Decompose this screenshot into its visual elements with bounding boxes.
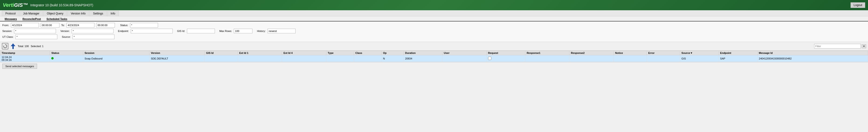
source-input[interactable] bbox=[72, 35, 115, 39]
bottom-bar: Send selected messages bbox=[0, 62, 868, 70]
col-header-messageid: Message Id bbox=[757, 51, 868, 55]
refresh-icon bbox=[3, 44, 7, 48]
cell-request bbox=[487, 55, 525, 62]
request-checkbox[interactable] bbox=[488, 57, 491, 60]
cell-response2 bbox=[569, 55, 614, 62]
nav-tabs: Protocol Job Manager Object Query Versio… bbox=[0, 10, 868, 16]
filter-row-3: UT Class: Source: bbox=[2, 35, 866, 39]
status-label: Status: bbox=[120, 24, 128, 27]
col-header-notice: Notice bbox=[614, 51, 647, 55]
col-header-user: User bbox=[442, 51, 487, 55]
version-input[interactable] bbox=[71, 29, 114, 33]
session-label: Session: bbox=[2, 30, 12, 32]
filter-row-1: From: To: Status: bbox=[2, 23, 866, 28]
cell-type bbox=[326, 55, 354, 62]
subtab-scheduled[interactable]: Scheduled Tasks bbox=[43, 17, 70, 21]
toolbar: Total: 100 Selected: 1 ✕ bbox=[0, 42, 868, 51]
selected-count: Selected: 1 bbox=[31, 45, 43, 47]
col-header-response1: Response1 bbox=[525, 51, 569, 55]
col-header-gisid: GIS Id bbox=[205, 51, 238, 55]
cell-extid4 bbox=[282, 55, 326, 62]
col-header-error: Error bbox=[647, 51, 680, 55]
app-header: VertiGIS™ Integrator 10 (build 10.534.89… bbox=[0, 0, 868, 10]
gis-id-input[interactable] bbox=[187, 29, 215, 33]
filter-clear-button[interactable]: ✕ bbox=[862, 44, 866, 48]
col-header-extid1: Ext Id 1 bbox=[238, 51, 282, 55]
gis-id-label: GIS Id: bbox=[177, 30, 185, 32]
version-label: Version: bbox=[60, 30, 70, 32]
logo: VertiGIS™ bbox=[3, 2, 28, 8]
cell-source: GIS bbox=[680, 55, 719, 62]
tab-job-manager[interactable]: Job Manager bbox=[20, 11, 43, 16]
cell-response1 bbox=[525, 55, 569, 62]
cell-duration: 20834 bbox=[403, 55, 442, 62]
subtab-messages[interactable]: Messages bbox=[2, 17, 20, 21]
cell-notice bbox=[614, 55, 647, 62]
col-header-timestamp: Timestamp bbox=[0, 51, 50, 55]
messages-table: Timestamp Status Session Version GIS Id … bbox=[0, 51, 868, 62]
refresh-button[interactable] bbox=[2, 43, 8, 50]
svg-marker-0 bbox=[3, 45, 4, 46]
cell-error bbox=[647, 55, 680, 62]
svg-marker-1 bbox=[11, 43, 16, 49]
col-header-status: Status bbox=[50, 51, 83, 55]
cell-version: SDE.DEFAULT bbox=[149, 55, 205, 62]
to-time-input[interactable] bbox=[96, 23, 115, 28]
col-header-class: Class bbox=[354, 51, 381, 55]
max-rows-input[interactable] bbox=[234, 29, 252, 33]
table-row[interactable]: 12.04.24 09:34:16 Soap.Outbound SDE.DEFA… bbox=[0, 55, 868, 62]
from-date-input[interactable] bbox=[11, 23, 39, 28]
from-time-input[interactable] bbox=[41, 23, 59, 28]
subtab-reconcile[interactable]: Reconcile/Post bbox=[20, 17, 44, 21]
up-arrow-button[interactable] bbox=[10, 43, 16, 50]
col-header-source: Source▼ bbox=[680, 51, 719, 55]
tab-object-query[interactable]: Object Query bbox=[43, 11, 67, 16]
cell-endpoint: SAP bbox=[719, 55, 757, 62]
build-info: Integrator 10 (build 10.534.89-SNAPSHOT) bbox=[30, 3, 93, 7]
status-input[interactable] bbox=[130, 23, 158, 28]
col-header-extid4: Ext Id 4 bbox=[282, 51, 326, 55]
col-header-session: Session bbox=[83, 51, 149, 55]
ut-class-label: UT Class: bbox=[2, 35, 13, 38]
col-header-type: Type bbox=[326, 51, 354, 55]
cell-gisid bbox=[205, 55, 238, 62]
logo-area: VertiGIS™ Integrator 10 (build 10.534.89… bbox=[3, 2, 93, 8]
total-count: Total: 100 bbox=[18, 45, 29, 47]
session-input[interactable] bbox=[14, 29, 56, 33]
history-input[interactable] bbox=[268, 29, 296, 33]
col-header-version: Version bbox=[149, 51, 205, 55]
from-label: From: bbox=[2, 24, 9, 27]
cell-status bbox=[50, 55, 83, 62]
to-date-input[interactable] bbox=[66, 23, 94, 28]
up-arrow-icon bbox=[10, 43, 16, 50]
col-header-response2: Response2 bbox=[569, 51, 614, 55]
col-header-request: Request bbox=[487, 51, 525, 55]
col-header-endpoint: Endpoint bbox=[719, 51, 757, 55]
col-header-duration: Duration bbox=[403, 51, 442, 55]
to-label: To: bbox=[61, 24, 65, 27]
ut-class-input[interactable] bbox=[16, 35, 57, 39]
source-label: Source: bbox=[62, 35, 71, 38]
cell-messageid: 24041209341500000010482 bbox=[757, 55, 868, 62]
table-header-row: Timestamp Status Session Version GIS Id … bbox=[0, 51, 868, 55]
cell-timestamp: 12.04.24 09:34:16 bbox=[0, 55, 50, 62]
cell-extid1 bbox=[238, 55, 282, 62]
tab-info[interactable]: Info bbox=[107, 11, 119, 16]
filter-input[interactable] bbox=[814, 44, 861, 48]
send-selected-button[interactable]: Send selected messages bbox=[2, 64, 37, 69]
endpoint-input[interactable] bbox=[131, 29, 173, 33]
filter-bar: From: To: Status: Session: Version: Endp… bbox=[0, 22, 868, 42]
endpoint-label: Endpoint: bbox=[118, 30, 129, 32]
sub-nav-tabs: Messages Reconcile/Post Scheduled Tasks bbox=[0, 16, 868, 22]
max-rows-label: Max Rows: bbox=[219, 30, 232, 32]
tab-protocol[interactable]: Protocol bbox=[2, 11, 19, 16]
cell-user bbox=[442, 55, 487, 62]
cell-op: N bbox=[381, 55, 404, 62]
status-indicator bbox=[51, 57, 54, 60]
cell-session: Soap.Outbound bbox=[83, 55, 149, 62]
cell-class bbox=[354, 55, 381, 62]
tab-settings[interactable]: Settings bbox=[90, 11, 106, 16]
col-header-op: Op bbox=[381, 51, 404, 55]
logout-button[interactable]: Logout bbox=[850, 2, 865, 8]
tab-version-info[interactable]: Version Info bbox=[67, 11, 89, 16]
